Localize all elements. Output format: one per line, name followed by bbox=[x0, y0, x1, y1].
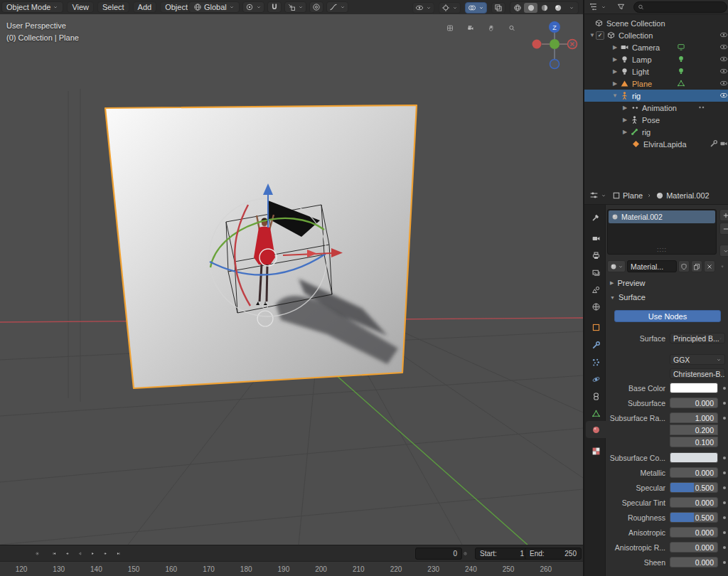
eye-icon[interactable] bbox=[719, 91, 728, 100]
frame-start-field[interactable]: Start: 1 bbox=[475, 548, 529, 560]
axis-z-neg-ball[interactable] bbox=[550, 60, 560, 69]
keyframe-dot[interactable] bbox=[723, 531, 726, 534]
camera-view-button[interactable] bbox=[463, 20, 478, 36]
falloff-dropdown[interactable] bbox=[326, 1, 348, 13]
outliner-editor-dropdown[interactable] bbox=[587, 1, 609, 13]
tab-texture[interactable] bbox=[586, 442, 606, 459]
tab-particles[interactable] bbox=[586, 353, 606, 370]
prev-keyframe-button[interactable] bbox=[61, 548, 73, 559]
viewport-3d[interactable]: User Perspective (0) Collection | Plane … bbox=[0, 14, 583, 545]
subsurface-radius-y-field[interactable]: 0.200 bbox=[670, 425, 718, 435]
distribution-dropdown[interactable]: GGX bbox=[670, 354, 725, 365]
subsurface-radius-x-field[interactable]: 1.000 bbox=[670, 412, 718, 423]
base-color-swatch[interactable] bbox=[670, 383, 718, 393]
gizmos-dropdown[interactable] bbox=[439, 2, 461, 14]
outliner-row-animation[interactable]: ▶ Animation bbox=[584, 102, 728, 114]
axis-y-ball[interactable] bbox=[550, 39, 560, 49]
snap-toggle[interactable] bbox=[267, 1, 282, 13]
keyframe-dot[interactable] bbox=[723, 387, 726, 390]
subsurface-method-dropdown[interactable]: Christensen-B... bbox=[670, 368, 725, 379]
use-nodes-button[interactable]: Use Nodes bbox=[614, 310, 721, 322]
keyframe-dot[interactable] bbox=[723, 486, 726, 489]
specular-tint-slider[interactable]: 0.000 bbox=[670, 497, 718, 508]
tab-output[interactable] bbox=[586, 247, 606, 264]
outliner-row-camera[interactable]: ▶ Camera bbox=[584, 41, 728, 53]
keyframe-dot[interactable] bbox=[723, 516, 726, 519]
breadcrumb-material[interactable]: Material.002 bbox=[655, 191, 710, 200]
material-slot-selected[interactable]: Material.002 bbox=[609, 210, 715, 223]
surface-shader-dropdown[interactable]: Principled B... bbox=[670, 333, 725, 343]
tab-world[interactable] bbox=[586, 298, 606, 315]
mode-dropdown[interactable]: Object Mode bbox=[1, 1, 63, 13]
surface-panel-header[interactable]: ▼ Surface bbox=[610, 293, 646, 302]
eye-icon[interactable] bbox=[719, 31, 728, 39]
axis-x-neg-ball[interactable] bbox=[532, 40, 542, 49]
tab-render[interactable] bbox=[586, 230, 606, 247]
viewport-canvas[interactable] bbox=[0, 14, 583, 545]
tab-constraints[interactable] bbox=[586, 388, 606, 405]
shading-solid-button[interactable] bbox=[524, 3, 537, 13]
material-filter-button[interactable] bbox=[717, 260, 728, 272]
jump-to-start-button[interactable] bbox=[48, 548, 60, 559]
shading-material-button[interactable] bbox=[537, 3, 551, 13]
keyframe-dot[interactable] bbox=[723, 501, 726, 504]
subsurface-color-swatch[interactable] bbox=[670, 452, 718, 463]
outliner-row-lamp[interactable]: ▶ Lamp bbox=[584, 53, 728, 65]
outliner-filter-button[interactable] bbox=[612, 1, 630, 12]
fake-user-button[interactable] bbox=[678, 260, 690, 272]
outliner-row-rig[interactable]: ▼ rig bbox=[584, 90, 728, 102]
menu-view[interactable]: View bbox=[67, 1, 94, 13]
render-visibility-icon[interactable] bbox=[719, 139, 728, 148]
outliner-search[interactable] bbox=[633, 1, 727, 13]
menu-select[interactable]: Select bbox=[97, 1, 129, 13]
zoom-view-button[interactable] bbox=[504, 20, 520, 36]
shading-dropdown[interactable] bbox=[564, 3, 578, 13]
outliner-row-pose[interactable]: ▶ Pose bbox=[584, 114, 728, 126]
outliner-row-collection[interactable]: ▼ ✓ Collection bbox=[584, 29, 728, 41]
specular-slider[interactable]: 0.500 bbox=[670, 482, 718, 493]
disclosure-triangle[interactable]: ▶ bbox=[621, 105, 628, 111]
overlays-dropdown[interactable] bbox=[465, 2, 487, 14]
next-keyframe-button[interactable] bbox=[100, 548, 112, 559]
tab-material[interactable] bbox=[586, 421, 606, 438]
pivot-dropdown[interactable] bbox=[242, 1, 264, 13]
snap-target-dropdown[interactable] bbox=[284, 1, 306, 13]
tab-physics[interactable] bbox=[586, 370, 606, 388]
outliner-row-elviralapida[interactable]: ElviraLapida bbox=[584, 138, 728, 150]
collection-checkbox[interactable]: ✓ bbox=[596, 31, 604, 40]
keyframe-dot[interactable] bbox=[723, 561, 726, 564]
disclosure-triangle[interactable]: ▼ bbox=[589, 32, 596, 38]
unlink-material-button[interactable] bbox=[704, 260, 715, 272]
metallic-field[interactable]: 0.000 bbox=[670, 467, 718, 478]
keyframe-dot[interactable] bbox=[723, 402, 726, 405]
shading-rendered-button[interactable] bbox=[551, 3, 564, 13]
disclosure-triangle[interactable]: ▶ bbox=[611, 68, 619, 75]
disclosure-triangle[interactable]: ▶ bbox=[621, 129, 628, 135]
navigation-gizmo[interactable]: Z bbox=[528, 18, 582, 75]
tab-object[interactable] bbox=[586, 319, 606, 336]
subsurface-radius-z-field[interactable]: 0.100 bbox=[670, 437, 718, 447]
tab-modifiers[interactable] bbox=[586, 336, 606, 353]
disclosure-triangle[interactable]: ▶ bbox=[611, 56, 619, 63]
tab-scene[interactable] bbox=[586, 281, 606, 298]
tab-tool[interactable] bbox=[586, 208, 606, 225]
anisotropic-slider[interactable]: 0.000 bbox=[670, 527, 718, 538]
material-slot-list[interactable]: Material.002 :::: bbox=[607, 209, 717, 255]
add-slot-button[interactable] bbox=[719, 209, 728, 221]
play-reverse-button[interactable] bbox=[74, 548, 86, 559]
list-resize-grip[interactable]: :::: bbox=[657, 246, 667, 253]
disclosure-triangle[interactable]: ▼ bbox=[611, 92, 619, 99]
keyframe-dot[interactable] bbox=[723, 417, 726, 420]
outliner-row-plane[interactable]: ▶ Plane bbox=[584, 78, 728, 90]
search-input[interactable] bbox=[646, 3, 723, 11]
new-material-button[interactable] bbox=[691, 260, 702, 272]
jump-to-end-button[interactable] bbox=[112, 548, 124, 559]
pan-view-button[interactable] bbox=[483, 20, 499, 36]
disclosure-triangle[interactable]: ▶ bbox=[611, 80, 619, 87]
remove-slot-button[interactable] bbox=[719, 223, 728, 235]
xray-toggle[interactable] bbox=[491, 2, 505, 14]
preview-panel-header[interactable]: ▶ Preview bbox=[610, 279, 646, 287]
keyframe-dot[interactable] bbox=[723, 546, 726, 549]
visibility-dropdown[interactable] bbox=[412, 2, 434, 14]
keyframe-dot[interactable] bbox=[723, 471, 726, 474]
